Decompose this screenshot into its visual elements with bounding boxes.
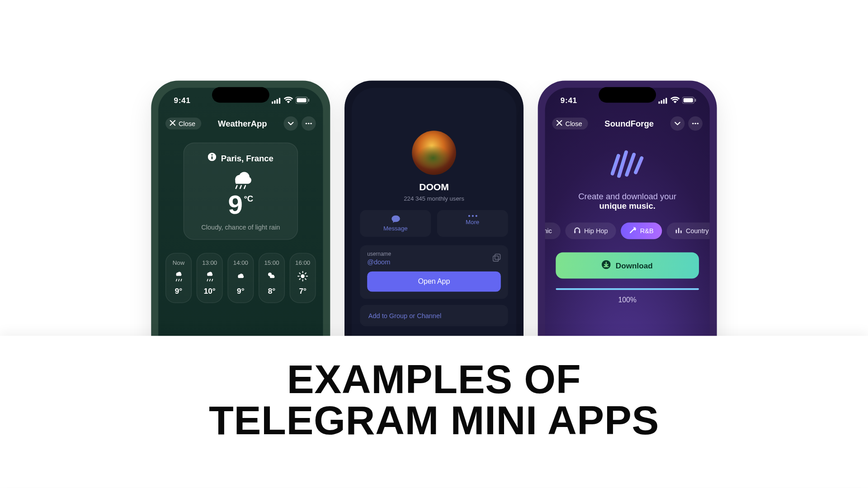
svg-point-8 (308, 123, 309, 124)
battery-icon (296, 97, 310, 104)
genre-icon (675, 227, 682, 235)
genre-label: nic (545, 227, 552, 235)
progress-label: 100% (556, 296, 699, 304)
svg-point-28 (694, 123, 696, 124)
dynamic-island (599, 87, 656, 103)
username-handle[interactable]: @doom (367, 258, 501, 266)
svg-rect-25 (684, 98, 693, 102)
svg-point-16 (472, 215, 473, 217)
avatar[interactable] (412, 131, 456, 175)
bot-stats: 224 345 monthly users (352, 195, 516, 202)
close-button[interactable]: Close (552, 117, 588, 129)
forecast-icon (173, 271, 184, 282)
forecast-icon (235, 271, 246, 282)
message-button[interactable]: Message (360, 210, 431, 237)
genre-label: Hip Hop (584, 227, 608, 235)
forecast-icon (297, 271, 308, 282)
collapse-button[interactable] (670, 117, 685, 131)
genre-label: Country (686, 227, 709, 235)
forecast-time: 15:00 (259, 259, 284, 266)
dynamic-island (212, 87, 269, 103)
weather-icon (229, 169, 253, 189)
genre-label: R&B (640, 227, 654, 235)
soundforge-tagline: Create and download your unique music. (561, 192, 693, 211)
close-icon (557, 120, 562, 127)
weather-card: Paris, France 9 °C Cloudy, chance of lig… (184, 143, 298, 240)
forecast-cell[interactable]: Now9° (165, 253, 192, 303)
svg-point-15 (468, 215, 470, 217)
forecast-cell[interactable]: 14:009° (227, 253, 254, 303)
more-profile-button[interactable]: More (437, 210, 508, 237)
svg-rect-6 (308, 99, 309, 102)
svg-point-12 (212, 154, 213, 155)
open-app-button[interactable]: Open App (367, 272, 501, 292)
weather-temp: 9 °C (191, 192, 290, 218)
more-button[interactable] (688, 117, 703, 131)
genre-pill[interactable]: Hip Hop (565, 222, 616, 239)
phone-weather: 9:41 Close WeatherApp (151, 80, 330, 337)
genre-row[interactable]: nicHip HopR&BCountry (545, 211, 710, 239)
genre-icon (629, 227, 637, 235)
more-button[interactable] (302, 117, 316, 131)
forecast-cell[interactable]: 16:007° (290, 253, 316, 303)
forecast-icon (266, 271, 277, 282)
forecast-temp: 9° (166, 286, 191, 296)
close-button[interactable]: Close (165, 117, 201, 129)
app-title: SoundForge (588, 119, 670, 128)
clock: 9:41 (561, 96, 577, 105)
svg-rect-34 (680, 230, 682, 234)
chat-icon (391, 215, 400, 223)
download-button[interactable]: Download (556, 252, 699, 278)
svg-point-27 (692, 123, 693, 124)
username-field: username (367, 251, 501, 257)
svg-point-17 (475, 215, 477, 217)
collapse-button[interactable] (283, 117, 298, 131)
svg-rect-11 (212, 156, 213, 160)
weather-desc: Cloudy, chance of light rain (191, 224, 290, 231)
forecast-cell[interactable]: 15:008° (259, 253, 285, 303)
signal-icon (658, 97, 668, 104)
copy-button[interactable] (492, 253, 500, 264)
genre-pill[interactable]: R&B (621, 222, 662, 239)
svg-rect-18 (495, 254, 500, 259)
wifi-icon (283, 97, 293, 104)
add-to-group-button[interactable]: Add to Group or Channel (360, 305, 508, 327)
svg-rect-33 (678, 228, 679, 233)
username-card: username @doom Open App (360, 245, 508, 299)
genre-pill[interactable]: nic (545, 222, 561, 239)
forecast-row[interactable]: Now9°13:0010°14:009°15:008°16:007° (158, 240, 323, 303)
forecast-temp: 7° (290, 286, 315, 296)
forecast-icon (204, 271, 215, 282)
soundforge-logo (608, 150, 646, 181)
phone-sound: 9:41 Close SoundForge (538, 80, 717, 337)
svg-point-29 (697, 123, 698, 124)
svg-rect-26 (695, 99, 696, 102)
chevron-down-icon (675, 122, 680, 125)
svg-rect-5 (297, 98, 306, 102)
forecast-temp: 9° (228, 286, 253, 296)
phone-row: 9:41 Close WeatherApp (0, 80, 868, 337)
forecast-time: Now (166, 259, 191, 266)
signal-icon (272, 97, 281, 104)
close-icon (170, 120, 175, 127)
download-icon (602, 260, 611, 271)
forecast-temp: 10° (197, 286, 222, 296)
svg-point-9 (310, 123, 311, 124)
forecast-cell[interactable]: 13:0010° (197, 253, 223, 303)
progress: 100% (556, 288, 699, 305)
info-icon (208, 153, 216, 163)
forecast-time: 13:00 (197, 259, 222, 266)
chevron-down-icon (288, 122, 294, 125)
svg-rect-1 (274, 100, 275, 103)
forecast-temp: 8° (259, 286, 284, 296)
dots-icon (692, 122, 699, 125)
svg-rect-31 (579, 231, 580, 233)
svg-rect-21 (661, 100, 662, 103)
battery-icon (682, 97, 697, 104)
weather-location: Paris, France (221, 153, 274, 163)
forecast-time: 14:00 (228, 259, 253, 266)
bot-name: DOOM (352, 182, 516, 193)
genre-pill[interactable]: Country (667, 222, 710, 239)
progress-fill (556, 288, 699, 290)
svg-rect-0 (272, 101, 273, 103)
